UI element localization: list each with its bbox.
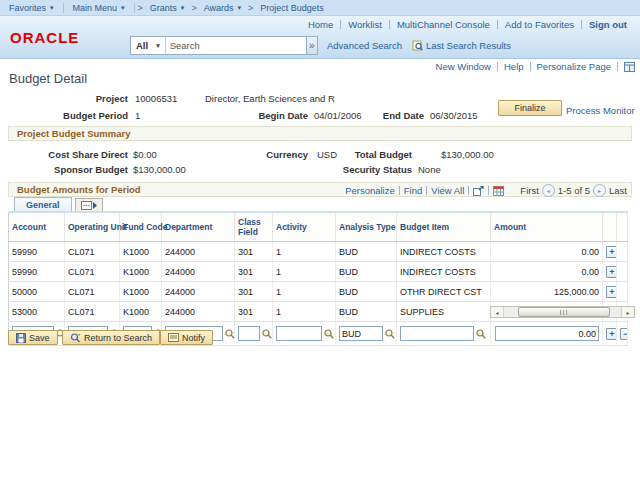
table-row: 59990 CL071 K1000 244000 301 1 BUD INDIR… [9,242,628,262]
chevron-down-icon: ▾ [50,4,54,12]
scroll-right-icon[interactable]: ▸ [621,307,634,317]
personalize-layout-icon[interactable] [624,62,635,72]
breadcrumb: Favorites ▾ Main Menu ▾ > Grants ▾ > Awa… [0,0,640,16]
notify-button[interactable]: Notify [160,330,213,345]
class-field-cell: 301 [235,302,273,322]
favorites-menu[interactable]: Favorites ▾ [0,3,63,13]
search-input[interactable] [166,37,306,54]
empty-cell [617,282,628,302]
activity-lookup-icon[interactable] [324,329,334,339]
advanced-search-link[interactable]: Advanced Search [327,40,402,51]
department-lookup-icon[interactable] [225,329,235,339]
col-delete [617,212,628,242]
zoom-grid-icon[interactable] [473,186,484,196]
project-description: Director, Earth Sciences and R [205,93,335,104]
return-to-search-label: Return to Search [84,333,152,343]
analysis-type-lookup-icon[interactable] [385,329,395,339]
add-row-button[interactable]: + [606,328,617,340]
department-cell: 244000 [162,262,235,282]
personalize-page-link[interactable]: Personalize Page [531,61,617,72]
col-operating-unit: Operating Unit [65,212,120,242]
chevron-down-icon: ▾ [121,4,125,12]
security-status-label: Security Status [330,164,412,175]
budget-item-input[interactable] [400,326,474,341]
new-window-link[interactable]: New Window [430,61,497,72]
scrollbar-thumb[interactable] [518,307,610,317]
sign-out-link[interactable]: Sign out [582,19,634,30]
end-date-value: 06/30/2015 [430,110,478,121]
previous-page-icon[interactable]: ◂ [542,184,555,197]
activity-cell: 1 [273,282,336,302]
col-class-field: Class Field [235,212,273,242]
finalize-button[interactable]: Finalize [498,100,562,116]
tab-general[interactable]: General [14,197,72,211]
home-link[interactable]: Home [301,19,340,30]
analysis-type-input[interactable] [339,326,383,341]
activity-input[interactable] [276,326,322,341]
header-banner: ORACLE Home Worklist MultiChannel Consol… [0,16,640,59]
divider [468,186,469,195]
add-to-favorites-link[interactable]: Add to Favorites [498,19,581,30]
class-field-cell: 301 [235,242,273,262]
main-menu[interactable]: Main Menu ▾ [64,3,134,13]
download-grid-icon[interactable] [493,186,504,196]
chevron-down-icon: ▾ [156,42,160,50]
horizontal-scrollbar[interactable]: ◂ ▸ [490,306,635,318]
budget-item-lookup-icon[interactable] [476,329,486,339]
activity-cell: 1 [273,262,336,282]
view-all-link[interactable]: View All [427,185,468,196]
account-cell: 53000 [9,302,65,322]
search-scope-dropdown[interactable]: All ▾ [131,37,166,54]
operating-unit-cell: CL071 [65,302,120,322]
class-field-cell: 301 [235,282,273,302]
add-row-button[interactable]: + [606,246,617,258]
last-search-results-link[interactable]: Last Search Results [426,40,511,51]
class-field-lookup-icon[interactable] [262,329,272,339]
divider [617,62,618,71]
budget-amounts-table: Account Operating Unit Fund Code Departm… [8,211,628,346]
pager-last-label: Last [609,185,627,196]
next-page-icon[interactable]: ▸ [593,184,606,197]
department-cell: 244000 [162,302,235,322]
amount-input[interactable] [495,326,599,341]
class-field-input[interactable] [238,326,260,341]
budget-item-cell: INDIRECT COSTS [397,242,491,262]
add-row-button[interactable]: + [606,286,617,298]
operating-unit-cell: CL071 [65,242,120,262]
amount-cell: 0.00 [491,242,603,262]
delete-row-button[interactable]: − [620,328,628,340]
breadcrumb-grants[interactable]: Grants ▾ [146,3,189,13]
find-link[interactable]: Find [400,185,426,196]
save-button[interactable]: Save [8,330,58,345]
show-all-columns-icon[interactable] [75,198,103,211]
help-link[interactable]: Help [498,61,530,72]
search-area: All ▾ » Advanced Search Last Search Resu… [130,36,511,55]
col-fund-code: Fund Code [120,212,162,242]
breadcrumb-awards[interactable]: Awards ▾ [200,3,245,13]
cost-share-value: $0.00 [133,149,157,160]
scroll-left-icon[interactable]: ◂ [491,307,504,317]
breadcrumb-separator: > [135,3,146,13]
budget-period-label: Budget Period [8,110,128,121]
department-cell: 244000 [162,282,235,302]
summary-section-title: Project Budget Summary [17,128,131,139]
operating-unit-cell: CL071 [65,282,120,302]
scrollbar-track[interactable] [504,307,621,317]
return-to-search-button[interactable]: Return to Search [62,330,160,345]
analysis-type-cell: BUD [336,242,397,262]
process-monitor-link[interactable]: Process Monitor [566,105,635,116]
add-row-button[interactable]: + [606,266,617,278]
account-cell: 59990 [9,262,65,282]
grants-label: Grants [150,3,177,13]
search-go-button[interactable]: » [306,37,317,54]
grid-section-header: Budget Amounts for Period Personalize Fi… [8,182,632,197]
pager-range: 1-5 of 5 [558,185,590,196]
breadcrumb-current: Project Budgets [256,3,328,13]
pager-first-label: First [520,185,538,196]
worklist-link[interactable]: Worklist [341,19,389,30]
multichannel-console-link[interactable]: MultiChannel Console [390,19,497,30]
personalize-link[interactable]: Personalize [341,185,399,196]
save-label: Save [29,333,50,343]
fund-code-cell: K1000 [120,282,162,302]
empty-cell [617,242,628,262]
